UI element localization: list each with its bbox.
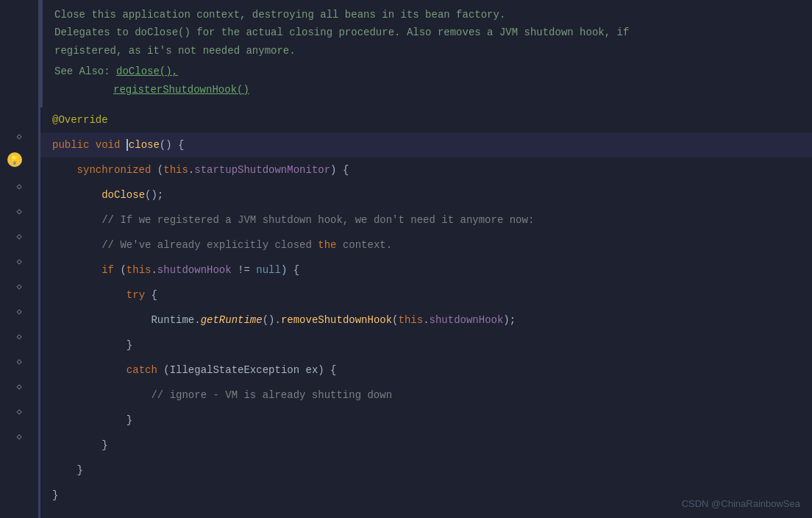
catch-line: catch ( IllegalStateException ex) {: [40, 358, 812, 383]
indent3b: [52, 333, 127, 358]
this-kw-2: this: [127, 258, 152, 283]
if-line: if ( this . shutdownHook != null ) {: [40, 258, 812, 283]
doc-line-3: registered, as it's not needed anymore.: [43, 42, 812, 60]
gutter-icon-13[interactable]: [0, 424, 38, 449]
annotation-line: @Override: [40, 107, 812, 132]
gutter-icon-1[interactable]: [0, 124, 38, 149]
kw-if: if: [102, 258, 120, 283]
comment-1-text: // If we registered a JVM shutdown hook,…: [102, 207, 534, 233]
remove-paren-close: );: [503, 308, 516, 333]
try-brace: {: [151, 283, 157, 308]
try-close-brace: }: [127, 333, 132, 358]
indent3: [52, 283, 127, 308]
indent1: [52, 157, 77, 182]
gutter-icon-5[interactable]: [0, 224, 38, 249]
doclose-line: doClose ();: [40, 182, 812, 207]
neq: !=: [232, 258, 257, 283]
paren-open2: (: [157, 157, 163, 182]
this-kw-3: this: [399, 308, 424, 333]
if-paren-open: (: [120, 258, 126, 283]
field-shutdownhook2: shutdownHook: [430, 308, 504, 333]
watermark: CSDN @ChinaRainbowSea: [682, 498, 800, 509]
sync-close-brace: }: [77, 458, 83, 483]
catch-paren-open: (: [163, 358, 169, 383]
gutter-icon-10[interactable]: [0, 349, 38, 374]
catch-close-line: }: [40, 408, 812, 433]
remove-paren-open: (: [392, 308, 398, 333]
annotation-text: @Override: [52, 107, 108, 132]
code-content: @Override public void close () { synchro…: [40, 107, 812, 508]
field-shutdownhook: shutdownHook: [157, 258, 232, 283]
method-getruntime: getRuntime: [201, 308, 263, 333]
dot2: .: [151, 258, 157, 283]
indent2e: [52, 433, 102, 458]
editor-container: 💡 Close this application context, destro…: [0, 0, 812, 518]
comment-2-text: // We've already explicitly closed the c…: [102, 233, 392, 258]
dot3: .: [194, 308, 200, 333]
method-signature-line: public void close () {: [40, 132, 812, 157]
gutter-icon-4[interactable]: [0, 199, 38, 224]
sync-close-line: }: [40, 458, 812, 483]
doclose-paren: ();: [145, 182, 163, 207]
gutter-icon-11[interactable]: [0, 374, 38, 399]
this-kw-1: this: [163, 157, 188, 182]
gutter-icon-6[interactable]: [0, 249, 38, 274]
indent4b: [52, 383, 151, 408]
doc-line-2: Delegates to doClose() for the actual cl…: [43, 24, 812, 41]
gutter-icon-12[interactable]: [0, 399, 38, 424]
try-close-line: }: [40, 333, 812, 358]
kw-public: public: [52, 132, 96, 157]
gutter-icon-8[interactable]: [0, 299, 38, 324]
doc-link-2[interactable]: registerShutdownHook(): [113, 84, 249, 96]
indent3c: [52, 358, 127, 383]
code-area: Close this application context, destroyi…: [40, 0, 812, 518]
doc-line-link2: registerShutdownHook(): [43, 81, 812, 99]
kw-null: null: [256, 258, 281, 283]
dot4: .: [423, 308, 429, 333]
comment-line-1: // If we registered a JVM shutdown hook,…: [40, 207, 812, 233]
comment-ignore: // ignore - VM is already shutting down: [151, 383, 392, 408]
indent2b: [52, 207, 102, 233]
try-line: try {: [40, 283, 812, 308]
indent4: [52, 308, 151, 333]
synchronized-line: synchronized ( this . startupShutdownMon…: [40, 157, 812, 182]
doc-link-1[interactable]: doClose(),: [116, 65, 178, 77]
runtime-line: Runtime . getRuntime (). removeShutdownH…: [40, 308, 812, 333]
indent3d: [52, 408, 127, 433]
if-close-brace: }: [102, 433, 107, 458]
gutter-icon-9[interactable]: [0, 324, 38, 349]
indent1b: [52, 458, 77, 483]
kw-try: try: [127, 283, 152, 308]
catch-close-brace: }: [127, 408, 132, 433]
method-close-brace: }: [52, 483, 58, 508]
dot1: .: [188, 157, 194, 182]
fn-removeshutdown: removeShutdownHook: [281, 308, 392, 333]
kw-catch: catch: [127, 358, 163, 383]
indent2c: [52, 233, 102, 258]
gutter-icon-3[interactable]: [0, 174, 38, 199]
indent2d: [52, 258, 102, 283]
see-also-label: See Also:: [54, 65, 110, 77]
if-close-line: }: [40, 433, 812, 458]
paren-close2: ) {: [330, 157, 349, 182]
gutter-icons: [0, 0, 38, 449]
comment-line-2: // We've already explicitly closed the c…: [40, 233, 812, 258]
fn-doclose: doClose: [102, 182, 145, 207]
kw-void: void: [96, 132, 127, 157]
exception-class: IllegalStateException: [170, 358, 306, 383]
ex-var: ex) {: [306, 358, 337, 383]
gutter: 💡: [0, 0, 38, 518]
runtime-class: Runtime: [151, 308, 194, 333]
bulb-icon[interactable]: 💡: [7, 152, 22, 167]
ignore-comment-line: // ignore - VM is already shutting down: [40, 383, 812, 408]
field-startup: startupShutdownMonitor: [194, 157, 330, 182]
if-paren-close: ) {: [281, 258, 299, 283]
indent2: [52, 182, 102, 207]
doc-comment: Close this application context, destroyi…: [40, 0, 812, 107]
gutter-icon-7[interactable]: [0, 274, 38, 299]
doc-line-1: Close this application context, destroyi…: [43, 6, 812, 24]
getruntime-paren: ().: [263, 308, 281, 333]
fn-close: close: [129, 132, 160, 157]
paren-open: () {: [160, 132, 185, 157]
cursor: [127, 139, 128, 151]
